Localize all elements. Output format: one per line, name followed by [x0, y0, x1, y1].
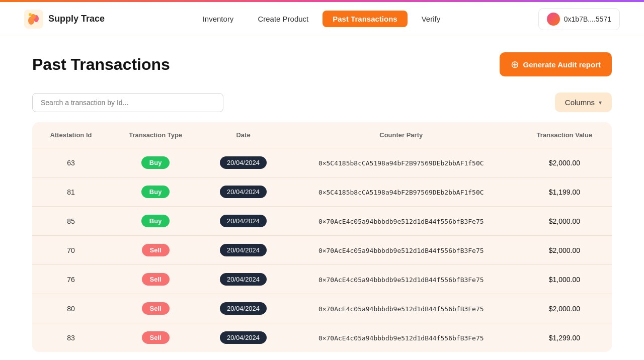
cell-transaction-value: $1,199.00: [517, 177, 612, 207]
cell-date: 20/04/2024: [201, 323, 285, 352]
counter-party-address: 0×70AcE4c05a94bbbdb9e512d1dB44f556bfB3Fe…: [318, 247, 484, 254]
page-header: Past Transactions ⊕ Generate Audit repor…: [32, 52, 612, 76]
nav-item-verify[interactable]: Verify: [412, 11, 451, 27]
transactions-table-container: Attestation Id Transaction Type Date Cou…: [32, 122, 612, 352]
transaction-value: $1,299.00: [549, 334, 580, 342]
date-badge: 20/04/2024: [220, 215, 267, 227]
col-counter-party: Counter Party: [285, 122, 517, 148]
cell-attestation-id: 85: [32, 207, 110, 236]
date-badge: 20/04/2024: [220, 273, 267, 286]
table-body: 63 Buy 20/04/2024 0×5C4185b8cCA5198a94bF…: [32, 148, 612, 352]
cell-date: 20/04/2024: [201, 207, 285, 236]
cell-transaction-value: $2,000.00: [517, 294, 612, 323]
table-header: Attestation Id Transaction Type Date Cou…: [32, 122, 612, 148]
date-badge: 20/04/2024: [220, 186, 267, 198]
controls-row: Columns ▾: [32, 93, 612, 112]
cell-counter-party: 0×70AcE4c05a94bbbdb9e512d1dB44f556bfB3Fe…: [285, 207, 517, 236]
type-badge: Buy: [141, 156, 170, 169]
search-box[interactable]: [32, 93, 223, 112]
type-badge: Buy: [141, 186, 170, 198]
cell-transaction-value: $1,299.00: [517, 323, 612, 352]
cell-attestation-id: 83: [32, 323, 110, 352]
plus-icon: ⊕: [511, 58, 519, 70]
type-badge: Sell: [142, 273, 170, 286]
logo[interactable]: Supply Trace: [24, 10, 105, 29]
wallet-button[interactable]: 0x1b7B....5571: [538, 8, 620, 30]
table-row[interactable]: 83 Sell 20/04/2024 0×70AcE4c05a94bbbdb9e…: [32, 323, 612, 352]
wallet-address: 0x1b7B....5571: [564, 15, 611, 23]
page-title: Past Transactions: [32, 55, 170, 74]
columns-label: Columns: [565, 98, 595, 107]
cell-transaction-value: $1,000.00: [517, 265, 612, 294]
generate-audit-label: Generate Audit report: [523, 60, 601, 69]
date-badge: 20/04/2024: [220, 244, 267, 256]
table-row[interactable]: 81 Buy 20/04/2024 0×5C4185b8cCA5198a94bF…: [32, 177, 612, 207]
cell-attestation-id: 80: [32, 294, 110, 323]
cell-date: 20/04/2024: [201, 294, 285, 323]
counter-party-address: 0×70AcE4c05a94bbbdb9e512d1dB44f556bfB3Fe…: [318, 218, 484, 225]
nav-item-past-transactions[interactable]: Past Transactions: [323, 11, 407, 27]
date-badge: 20/04/2024: [220, 331, 267, 344]
cell-date: 20/04/2024: [201, 148, 285, 177]
cell-counter-party: 0×70AcE4c05a94bbbdb9e512d1dB44f556bfB3Fe…: [285, 294, 517, 323]
cell-attestation-id: 81: [32, 177, 110, 207]
main-content: Past Transactions ⊕ Generate Audit repor…: [0, 36, 644, 360]
table-row[interactable]: 70 Sell 20/04/2024 0×70AcE4c05a94bbbdb9e…: [32, 236, 612, 265]
cell-transaction-value: $2,000.00: [517, 207, 612, 236]
counter-party-address: 0×5C4185b8cCA5198a94bF2B97569DEb2bbAF1f5…: [318, 159, 484, 167]
cell-transaction-type: Sell: [110, 265, 202, 294]
nav-item-create-product[interactable]: Create Product: [248, 11, 318, 27]
transaction-value: $2,000.00: [549, 246, 580, 254]
cell-transaction-type: Buy: [110, 207, 202, 236]
table-row[interactable]: 80 Sell 20/04/2024 0×70AcE4c05a94bbbdb9e…: [32, 294, 612, 323]
columns-button[interactable]: Columns ▾: [555, 93, 612, 112]
cell-date: 20/04/2024: [201, 236, 285, 265]
type-badge: Sell: [142, 302, 170, 315]
table-row[interactable]: 85 Buy 20/04/2024 0×70AcE4c05a94bbbdb9e5…: [32, 207, 612, 236]
type-badge: Buy: [141, 215, 170, 227]
chevron-down-icon: ▾: [599, 99, 602, 106]
cell-transaction-value: $2,000.00: [517, 236, 612, 265]
counter-party-address: 0×70AcE4c05a94bbbdb9e512d1dB44f556bfB3Fe…: [318, 276, 484, 284]
generate-audit-button[interactable]: ⊕ Generate Audit report: [500, 52, 612, 76]
cell-transaction-type: Buy: [110, 177, 202, 207]
cell-counter-party: 0×5C4185b8cCA5198a94bF2B97569DEb2bbAF1f5…: [285, 177, 517, 207]
table-header-row: Attestation Id Transaction Type Date Cou…: [32, 122, 612, 148]
col-date: Date: [201, 122, 285, 148]
counter-party-address: 0×70AcE4c05a94bbbdb9e512d1dB44f556bfB3Fe…: [318, 305, 484, 313]
cell-transaction-type: Sell: [110, 236, 202, 265]
cell-counter-party: 0×70AcE4c05a94bbbdb9e512d1dB44f556bfB3Fe…: [285, 236, 517, 265]
main-nav: Inventory Create Product Past Transactio…: [193, 11, 451, 27]
type-badge: Sell: [142, 331, 170, 344]
cell-date: 20/04/2024: [201, 265, 285, 294]
cell-transaction-type: Sell: [110, 323, 202, 352]
col-transaction-value: Transaction Value: [517, 122, 612, 148]
nav-item-inventory[interactable]: Inventory: [193, 11, 244, 27]
logo-text: Supply Trace: [48, 14, 105, 24]
type-badge: Sell: [142, 244, 170, 256]
cell-transaction-value: $2,000.00: [517, 148, 612, 177]
cell-attestation-id: 63: [32, 148, 110, 177]
cell-attestation-id: 76: [32, 265, 110, 294]
transactions-table: Attestation Id Transaction Type Date Cou…: [32, 122, 612, 352]
wallet-avatar: [547, 13, 560, 26]
cell-attestation-id: 70: [32, 236, 110, 265]
transaction-value: $2,000.00: [549, 305, 580, 313]
table-row[interactable]: 76 Sell 20/04/2024 0×70AcE4c05a94bbbdb9e…: [32, 265, 612, 294]
search-input[interactable]: [41, 99, 215, 107]
transaction-value: $2,000.00: [549, 159, 580, 167]
cell-counter-party: 0×5C4185b8cCA5198a94bF2B97569DEb2bbAF1f5…: [285, 148, 517, 177]
table-row[interactable]: 63 Buy 20/04/2024 0×5C4185b8cCA5198a94bF…: [32, 148, 612, 177]
cell-transaction-type: Sell: [110, 294, 202, 323]
cell-counter-party: 0×70AcE4c05a94bbbdb9e512d1dB44f556bfB3Fe…: [285, 265, 517, 294]
cell-counter-party: 0×70AcE4c05a94bbbdb9e512d1dB44f556bfB3Fe…: [285, 323, 517, 352]
transaction-value: $1,000.00: [549, 276, 580, 284]
col-attestation-id: Attestation Id: [32, 122, 110, 148]
logo-icon: [24, 10, 43, 29]
cell-transaction-type: Buy: [110, 148, 202, 177]
counter-party-address: 0×70AcE4c05a94bbbdb9e512d1dB44f556bfB3Fe…: [318, 334, 484, 342]
transaction-value: $2,000.00: [549, 217, 580, 225]
header: Supply Trace Inventory Create Product Pa…: [0, 2, 644, 36]
date-badge: 20/04/2024: [220, 156, 267, 169]
transaction-value: $1,199.00: [549, 188, 580, 196]
